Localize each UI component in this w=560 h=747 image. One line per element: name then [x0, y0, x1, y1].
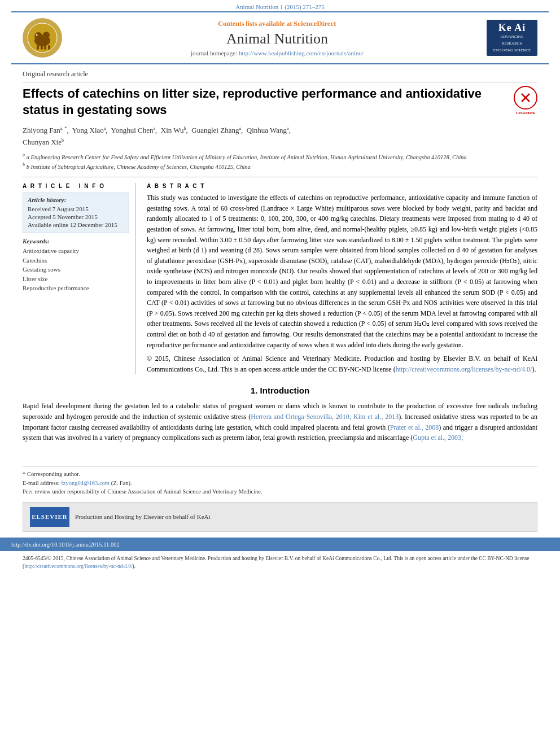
journal-title: Animal Nutrition [68, 30, 487, 47]
crossmark-container[interactable]: CrossMark [514, 86, 537, 115]
affiliation-b: b b Institute of Subtropical Agriculture… [23, 161, 537, 171]
svg-point-8 [36, 34, 37, 36]
affiliation-a: a a Engineering Research Center for Feed… [23, 152, 537, 161]
copyright-text: © 2015, Chinese Association of Animal Sc… [147, 353, 537, 374]
intro-body: Rapid fetal development during the gesta… [23, 401, 537, 443]
keai-brand-text: Ke Ai [491, 23, 533, 33]
journal-header: Contents lists available at ScienceDirec… [11, 11, 549, 64]
history-label: Article history: [28, 196, 124, 203]
article-body: A R T I C L E I N F O Article history: R… [23, 183, 537, 374]
journal-reference: Animal Nutrition 1 (2015) 271–275 [0, 0, 560, 11]
doi-link[interactable]: http://dx.doi.org/10.1016/j.aninu.2015.1… [11, 541, 120, 548]
crossmark-icon [514, 86, 537, 110]
affiliations: a a Engineering Research Center for Feed… [23, 152, 537, 172]
introduction-section: 1. Introduction Rapid fetal development … [23, 386, 537, 448]
article-title: Effects of catechins on litter size, rep… [23, 86, 537, 118]
keai-tagline: ADVANCING RESEARCH EVOLVING SCIENCE [493, 34, 531, 53]
journal-header-center: Contents lists available at ScienceDirec… [68, 19, 487, 56]
keywords-list: Antioxidative capacity Catechins Gestati… [23, 246, 129, 293]
abstract-text: This study was conducted to investigate … [147, 193, 537, 350]
journal-logo-left [23, 18, 68, 58]
sciencedirect-label: Contents lists available at ScienceDirec… [68, 19, 487, 28]
svg-point-3 [43, 32, 50, 38]
footnotes: * Corresponding author. E-mail address: … [23, 466, 537, 532]
peer-review-note: Peer review under responsibility of Chin… [23, 487, 537, 496]
keai-logo: Ke Ai ADVANCING RESEARCH EVOLVING SCIENC… [487, 20, 537, 56]
elsevier-banner-text: Production and Hosting by Elsevier on be… [75, 512, 211, 522]
author-yonghui: Yonghui Chen [111, 126, 154, 134]
keyword-4: Litter size [23, 274, 129, 284]
keyword-3: Gestating sows [23, 265, 129, 274]
article-info-panel: A R T I C L E I N F O Article history: R… [23, 183, 135, 374]
keywords-label: Keywords: [23, 238, 129, 244]
intro-ref-2[interactable]: Prater et al., 2008 [390, 423, 439, 431]
authors: Zhiyong Fana, *, Yong Xiaoa, Yonghui Che… [23, 125, 537, 148]
title-area: Effects of catechins on litter size, rep… [23, 86, 537, 118]
abstract-heading: A B S T R A C T [147, 183, 537, 189]
svg-rect-4 [37, 45, 39, 50]
abstract-panel: A B S T R A C T This study was conducted… [147, 183, 537, 374]
keyword-5: Reproductive performance [23, 283, 129, 293]
author-xin: Xin Wu [161, 126, 184, 134]
bottom-copyright: 2405-6545/© 2015, Chinese Association of… [0, 551, 560, 574]
author-yong: Yong Xiao [72, 126, 104, 134]
keai-logo-container: Ke Ai ADVANCING RESEARCH EVOLVING SCIENC… [487, 20, 537, 56]
svg-rect-6 [44, 45, 46, 50]
author-zhiyong: Zhiyong Fan [23, 126, 60, 134]
article-type-label: Original research article [23, 70, 537, 82]
doi-bar: http://dx.doi.org/10.1016/j.aninu.2015.1… [0, 538, 560, 551]
author-guanglei: Guanglei Zhang [191, 126, 239, 134]
svg-rect-5 [41, 45, 43, 50]
article-info-heading: A R T I C L E I N F O [23, 183, 129, 189]
svg-point-2 [34, 32, 42, 40]
received-date: Received 7 August 2015 [28, 206, 124, 212]
keyword-1: Antioxidative capacity [23, 246, 129, 256]
accepted-date: Accepted 5 November 2015 [28, 213, 124, 220]
author-chunyan: Chunyan Xie [23, 138, 62, 146]
email-link[interactable]: fzyong04@163.com [61, 480, 110, 486]
elsevier-banner: ELSEVIER Production and Hosting by Elsev… [23, 502, 537, 532]
intro-ref-1[interactable]: Herrera and Ortega-Senovilla, 2010; Kim … [251, 413, 399, 421]
corresponding-note: * Corresponding author. [23, 470, 537, 479]
journal-url-label: journal homepage: http://www.keaipublish… [68, 50, 487, 56]
license-link[interactable]: http://creativecommons.org/licenses/by-n… [24, 563, 132, 569]
copyright-link[interactable]: http://creativecommons.org/licenses/by-n… [396, 365, 532, 373]
svg-rect-7 [48, 45, 50, 50]
elsevier-logo: ELSEVIER [30, 507, 69, 527]
available-date: Available online 12 December 2015 [28, 221, 124, 228]
keyword-2: Catechins [23, 256, 129, 265]
intro-heading: 1. Introduction [23, 386, 537, 395]
author-qinhua: Qinhua Wang [247, 126, 287, 134]
crossmark-label: CrossMark [516, 111, 535, 115]
intro-ref-3[interactable]: Gupta et al., 2003; [413, 434, 463, 442]
journal-url-link[interactable]: http://www.keaipublishing.com/en/journal… [239, 50, 364, 56]
article-history-box: Article history: Received 7 August 2015 … [23, 193, 129, 233]
email-note: E-mail address: fzyong04@163.com (Z. Fan… [23, 479, 537, 488]
